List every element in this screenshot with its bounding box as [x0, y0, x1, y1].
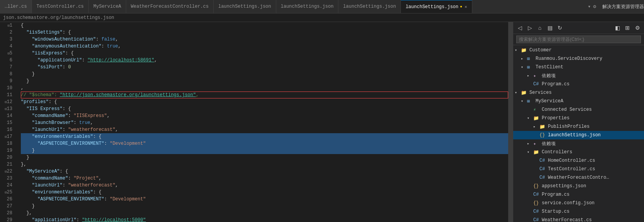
code-line[interactable]: "commandName": "Project", — [21, 175, 508, 182]
se-preview-button[interactable]: ◧ — [613, 24, 622, 32]
code-line[interactable]: , — [21, 85, 508, 92]
code-line[interactable]: "anonymousAuthentication": true, — [21, 43, 508, 50]
tab-launchsettings1[interactable]: launchSettings.json — [214, 0, 276, 13]
gutter-line: 28 — [0, 210, 16, 217]
code-line[interactable]: "environmentVariables": { — [21, 133, 508, 140]
tree-item-weatherforecast-cs[interactable]: C#WeatherForecast.cs — [513, 216, 644, 222]
tree-item-label: 依赖项 — [542, 73, 556, 79]
tree-item-launchsettings[interactable]: {}launchSettings.json — [513, 131, 644, 139]
token: // — [21, 92, 29, 98]
code-line[interactable]: } — [21, 203, 508, 210]
tab-launchsettings-active[interactable]: launchSettings.json ● ✕ — [401, 0, 472, 13]
tree-item-service-config[interactable]: {}service.config.json — [513, 199, 644, 207]
line-number: 1 — [10, 23, 12, 28]
token: : — [63, 127, 68, 132]
gutter-line: 29 — [0, 217, 16, 222]
tab-myservicea[interactable]: MyServiceA — [89, 0, 126, 13]
code-line[interactable]: "iisExpress": { — [21, 50, 508, 57]
tree-item-program-cs[interactable]: C#Program.cs — [513, 190, 644, 199]
tab-close-button[interactable]: ✕ — [465, 4, 467, 9]
se-home-button[interactable]: ⌂ — [536, 24, 544, 32]
tab-controller-cs[interactable]: …ller.cs — [0, 0, 32, 13]
se-back-button[interactable]: ◁ — [516, 24, 524, 32]
code-line[interactable]: "commandName": "IISExpress", — [21, 112, 508, 119]
tree-item-startup-cs[interactable]: C#Startup.cs — [513, 207, 644, 216]
tree-item-connected-services[interactable]: ⚡Connected Services — [513, 105, 644, 114]
tree-item-label: Startup.cs — [542, 209, 570, 214]
tree-arrow-icon: ▸ — [527, 141, 533, 146]
code-line[interactable]: "IIS Express": { — [21, 105, 508, 112]
code-line[interactable]: "MyServiceA": { — [21, 168, 508, 175]
tree-item-properties[interactable]: ▾📁Properties — [513, 114, 644, 122]
tree-item-myservicea-ref[interactable]: ▸✦依赖项 — [513, 139, 644, 148]
tab-testcontroller-cs[interactable]: TestController.cs — [32, 0, 89, 13]
tree-item-services[interactable]: ▾📁Services — [513, 88, 644, 97]
tree-item-icon: C# — [539, 166, 546, 172]
code-line[interactable]: "sslPort": 0 — [21, 64, 508, 71]
token: : — [74, 120, 79, 125]
tree-item-ruanmou-sd[interactable]: ▸⊞Ruanmou.ServiceDiscovery — [513, 54, 644, 63]
editor-area[interactable]: ⊟1 2 3 4⊟5 6 7 8 9 10 11⊟12⊟13 14 15 16⊟… — [0, 22, 513, 222]
token: "http://json.schemastore.org/launchsetti… — [60, 92, 196, 98]
code-line[interactable]: { — [21, 22, 508, 29]
tree-item-icon: ⊞ — [527, 64, 534, 70]
tree-item-testclient-ref[interactable]: ▸✦依赖项 — [513, 71, 644, 80]
token: "IIS Express" — [26, 106, 63, 112]
editor-content: ⊟1 2 3 4⊟5 6 7 8 9 10 11⊟12⊟13 14 15 16⊟… — [0, 22, 513, 222]
code-line[interactable]: "iisSettings": { — [21, 29, 508, 36]
code-line[interactable]: "ASPNETCORE_ENVIRONMENT": "Development" — [21, 140, 508, 147]
code-line[interactable]: "environmentVariables": { — [21, 189, 508, 196]
tree-item-icon: 📁 — [521, 47, 528, 53]
tree-item-testcontroller[interactable]: C#TestController.cs — [513, 165, 644, 173]
code-line[interactable]: "launchUrl": "weatherforecast", — [21, 182, 508, 189]
code-line[interactable]: "profiles": { — [21, 98, 508, 105]
tree-item-publishprofiles[interactable]: ▸📁PublishProfiles — [513, 122, 644, 131]
code-line[interactable]: }, — [21, 161, 508, 168]
token: : — [101, 44, 107, 49]
token: "Development" — [110, 197, 146, 202]
tree-item-weatherforecast-ctrl[interactable]: C#WeatherForecastContro… — [513, 173, 644, 182]
code-line[interactable]: "windowsAuthentication": false, — [21, 36, 508, 43]
code-line[interactable]: "ASPNETCORE_ENVIRONMENT": "Development" — [21, 196, 508, 203]
code-line[interactable]: } — [21, 154, 508, 161]
tree-item-customer[interactable]: ▾📁Customer — [513, 46, 644, 54]
gutter-line: 4 — [0, 43, 16, 50]
vertical-scrollbar[interactable] — [508, 22, 513, 222]
se-filter-button[interactable]: ⊞ — [623, 24, 632, 32]
token: "ASPNETCORE_ENVIRONMENT" — [37, 141, 104, 146]
tree-item-testclient[interactable]: ▾⊞TestClient — [513, 63, 644, 71]
tree-item-homecontroller[interactable]: C#HomeController.cs — [513, 156, 644, 165]
tab-weatherforecast-cs[interactable]: WeatherForecastController.cs — [126, 0, 214, 13]
code-line[interactable]: // "$schema": "http://json.schemastore.o… — [21, 92, 508, 98]
code-line[interactable]: } — [21, 71, 508, 78]
tree-item-myservicea[interactable]: ▾⊞MyServiceA — [513, 97, 644, 105]
code-line[interactable]: "launchBrowser": true, — [21, 119, 508, 126]
tab-launchsettings2[interactable]: launchSettings.json — [276, 0, 339, 13]
tab-launchsettings3[interactable]: launchSettings.json — [338, 0, 401, 13]
token: , — [154, 58, 157, 63]
tab-label: launchSettings.json — [281, 4, 334, 9]
se-settings-button[interactable]: ⚙ — [633, 24, 642, 32]
se-collapse-button[interactable]: ▤ — [546, 24, 554, 32]
tree-item-icon: C# — [533, 81, 540, 87]
code-line[interactable]: "applicationUrl": "http://localhost:5000… — [21, 217, 508, 222]
token: : { — [93, 190, 101, 195]
overflow-arrow-icon[interactable]: ▾ — [588, 3, 591, 10]
tree-item-appsettings[interactable]: {}appsettings.json — [513, 182, 644, 190]
line-number: 11 — [7, 92, 12, 98]
code-line[interactable]: }, — [21, 210, 508, 217]
code-line[interactable]: } — [21, 147, 508, 154]
code-line[interactable]: } — [21, 78, 508, 85]
settings-icon[interactable]: ⚙ — [593, 3, 596, 10]
gutter-line: 21 — [0, 161, 16, 168]
line-gutter: ⊟1 2 3 4⊟5 6 7 8 9 10 11⊟12⊟13 14 15 16⊟… — [0, 22, 19, 222]
se-search-input[interactable] — [516, 36, 641, 43]
code-line[interactable]: "launchUrl": "weatherforecast", — [21, 126, 508, 133]
se-forward-button[interactable]: ▷ — [526, 24, 534, 32]
tab-label: TestController.cs — [37, 4, 84, 9]
line-number: 15 — [7, 120, 12, 125]
code-line[interactable]: "applicationUrl": "http://localhost:5869… — [21, 57, 508, 64]
tree-item-controllers[interactable]: ▾📁Controllers — [513, 148, 644, 156]
se-refresh-button[interactable]: ↻ — [556, 24, 564, 32]
tree-item-testclient-program[interactable]: C#Program.cs — [513, 80, 644, 88]
